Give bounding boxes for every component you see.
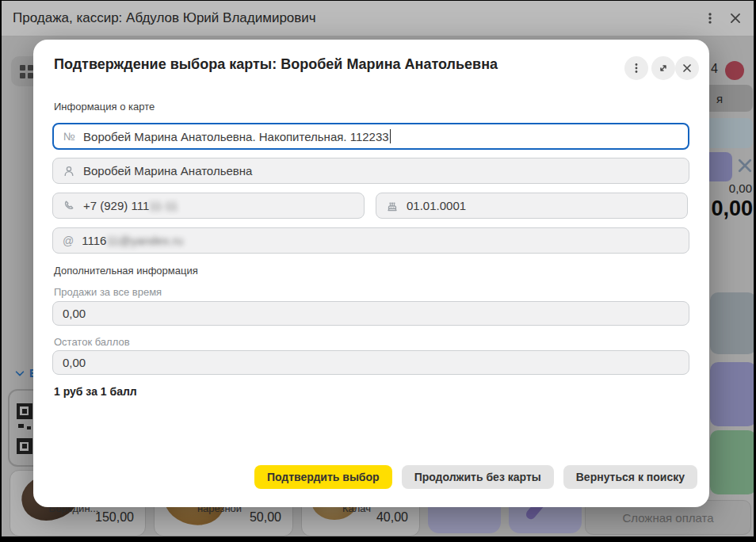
card-number-input[interactable]: № Воробей Марина Анатольевна. Накопитель… bbox=[52, 123, 689, 150]
complex-payment-label: Сложная оплата bbox=[622, 511, 713, 525]
grid-icon bbox=[20, 65, 33, 78]
phone-input[interactable]: +7 (929) 11111-11 bbox=[52, 193, 365, 219]
window-close-icon[interactable] bbox=[728, 11, 743, 25]
kebab-icon bbox=[630, 62, 643, 74]
screen: Продажа, кассир: Абдулов Юрий Владимиров… bbox=[0, 0, 756, 542]
card-confirmation-dialog: Подтверждение выбора карты: Воробей Мари… bbox=[33, 40, 709, 507]
status-dot bbox=[725, 61, 744, 80]
notification-count: 4 bbox=[711, 62, 718, 76]
at-sign-icon: @ bbox=[63, 235, 74, 247]
return-to-search-button[interactable]: Вернуться к поиску bbox=[563, 465, 697, 489]
birthday-cake-icon bbox=[386, 200, 399, 212]
additional-info-label: Дополнительная информация bbox=[54, 265, 198, 277]
card-number-icon: № bbox=[63, 130, 75, 143]
sales-label: Продажи за все время bbox=[54, 286, 162, 298]
dialog-expand-button[interactable] bbox=[651, 56, 675, 80]
product-price: 150,00 bbox=[95, 510, 134, 525]
points-input: 0,00 bbox=[52, 350, 689, 375]
phone-icon bbox=[63, 200, 75, 212]
text-caret bbox=[390, 129, 391, 143]
clear-icon[interactable] bbox=[735, 156, 754, 175]
window-menu-icon[interactable] bbox=[703, 11, 717, 25]
window-title: Продажа, кассир: Абдулов Юрий Владимиров… bbox=[13, 10, 316, 26]
side-tile-gray[interactable] bbox=[710, 292, 754, 354]
points-label: Остаток баллов bbox=[54, 336, 130, 348]
dialog-menu-button[interactable] bbox=[624, 56, 648, 80]
dialog-actions: Подтвердить выбор Продолжить без карты В… bbox=[254, 465, 697, 489]
points-rate-note: 1 руб за 1 балл bbox=[54, 385, 137, 398]
product-price: 40,00 bbox=[376, 510, 408, 525]
side-tile-purple[interactable] bbox=[710, 362, 754, 426]
card-info-label: Информация о карте bbox=[54, 101, 155, 113]
email-value: 1116 bbox=[82, 234, 106, 247]
close-icon bbox=[681, 62, 693, 74]
holder-name-value: Воробей Марина Анатольевна bbox=[83, 164, 252, 177]
email-input[interactable]: @ 111611@yandex.ru bbox=[52, 227, 689, 254]
background-partial-button-label: я bbox=[716, 92, 723, 105]
expand-icon bbox=[657, 62, 670, 74]
sales-input: 0,00 bbox=[52, 301, 689, 326]
points-value: 0,00 bbox=[63, 356, 86, 369]
birthdate-value: 01.01.0001 bbox=[407, 199, 466, 212]
email-value-blurred: 11@yandex.ru bbox=[106, 234, 183, 247]
product-price: 50,00 bbox=[250, 510, 281, 525]
holder-name-input[interactable]: Воробей Марина Анатольевна bbox=[52, 158, 689, 184]
window-titlebar: Продажа, кассир: Абдулов Юрий Владимиров… bbox=[2, 1, 754, 36]
side-tile-green[interactable] bbox=[710, 430, 754, 494]
person-icon bbox=[63, 165, 75, 177]
phone-value-blurred: 11-11 bbox=[149, 199, 178, 212]
dialog-close-button[interactable] bbox=[675, 56, 699, 80]
card-number-value: Воробей Марина Анатольевна. Накопительна… bbox=[83, 130, 389, 143]
birthdate-input[interactable]: 01.01.0001 bbox=[376, 193, 688, 219]
sales-value: 0,00 bbox=[63, 307, 86, 320]
phone-value: +7 (929) 111 bbox=[83, 199, 149, 212]
dialog-title: Подтверждение выбора карты: Воробей Мари… bbox=[54, 56, 498, 73]
chevron-down-icon bbox=[14, 368, 25, 379]
confirm-selection-button[interactable]: Подтвердить выбор bbox=[254, 465, 392, 489]
continue-without-card-button[interactable]: Продолжить без карты bbox=[402, 465, 554, 489]
